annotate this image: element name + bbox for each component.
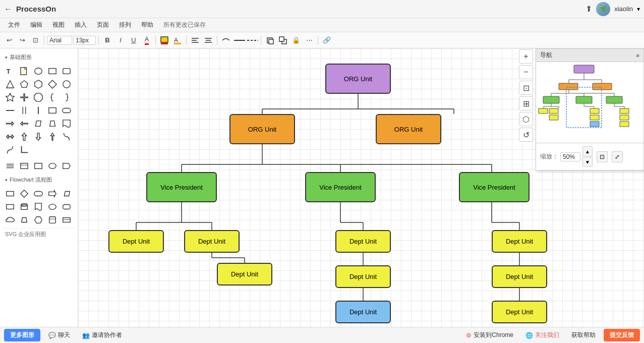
fc-drum[interactable] [46,214,58,226]
shape-arrow-up2[interactable] [46,131,58,143]
back-button[interactable]: ← [4,5,12,14]
undo-button[interactable]: ↩ [3,34,15,46]
basic-shapes-section[interactable]: ▾ 基础图形 [2,51,76,63]
fc-diamond[interactable] [18,188,30,200]
fc-arrow-right2[interactable] [46,188,58,200]
node-dept-9[interactable]: Dept Unit [492,301,547,323]
shape-line-v[interactable] [32,104,44,117]
fc-rect2[interactable] [4,201,16,213]
shape-brace-right[interactable] [61,91,73,103]
shape-note[interactable] [18,65,30,77]
menu-help[interactable]: 帮助 [137,20,157,30]
clone-button[interactable]: ⊡ [29,34,41,46]
shape-arrow-down[interactable] [32,131,44,143]
shape-stadium[interactable] [61,104,73,117]
shape-ellipse[interactable] [32,65,44,77]
history-button[interactable]: ↺ [519,128,533,142]
node-dept-2[interactable]: Dept Unit [184,230,240,253]
fc-hexagon2[interactable] [32,214,44,226]
install-chrome-button[interactable]: ⚙ 安装到Chrome [462,329,517,341]
lock-button[interactable]: 🔒 [290,34,302,46]
nav-collapse-button[interactable]: » [636,52,639,59]
zoom-value[interactable]: 50% [560,152,580,161]
shape-star[interactable] [4,91,16,103]
align-center-button[interactable] [202,34,214,46]
link-button[interactable]: 🔗 [321,34,333,46]
node-vp-3[interactable]: Vice President [459,172,530,202]
arrange-back-button[interactable] [277,34,289,46]
shape-trapezoid[interactable] [46,118,58,130]
node-dept-7[interactable]: Dept Unit [492,230,547,253]
connector-button[interactable] [220,34,232,46]
menu-view[interactable]: 视图 [48,20,69,30]
more-shapes-button[interactable]: 更多图形 [4,329,40,341]
invite-button[interactable]: 👥 邀请协作者 [78,329,126,341]
line-color-button[interactable]: A [171,34,184,46]
shape-diamond[interactable] [46,78,58,90]
shape-s-curve2[interactable] [4,144,16,156]
nav-fullscreen-button[interactable]: ⤢ [612,151,623,162]
font-selector[interactable]: Arial [47,36,72,45]
svg-section-title[interactable]: SVG 企业应用图 [2,228,76,240]
shape-rect4[interactable] [32,160,44,172]
shape-rect3[interactable] [18,160,30,172]
shape-arrow-up[interactable] [18,131,30,143]
node-org-unit-left[interactable]: ORG Unit [229,114,295,144]
menu-page[interactable]: 页面 [93,20,113,30]
canvas-area[interactable]: ORG Unit ORG Unit ORG Unit Vice Presiden… [78,48,644,327]
shape-arrow-left[interactable] [18,118,30,130]
shape-plus[interactable] [18,91,30,103]
fc-rect[interactable] [4,188,16,200]
node-dept-6[interactable]: Dept Unit [335,301,391,323]
node-dept-5[interactable]: Dept Unit [335,265,391,288]
shape-rect2[interactable] [46,104,58,117]
redo-button[interactable]: ↪ [16,34,28,46]
menu-edit[interactable]: 编辑 [26,20,46,30]
menu-file[interactable]: 文件 [4,20,24,30]
line-solid-button[interactable] [233,34,245,46]
bold-button[interactable]: B [101,34,113,46]
shape-rounded-rect[interactable] [61,65,73,77]
fc-cylinder[interactable] [18,201,30,213]
shape-lines1[interactable] [4,160,16,172]
zoom-up-button[interactable]: ▲ [582,146,593,156]
shape-rect[interactable] [46,65,58,77]
menu-arrange[interactable]: 排列 [115,20,135,30]
shape-ellipse2[interactable] [46,160,58,172]
node-org-unit-right[interactable]: ORG Unit [376,114,441,144]
flowchart-section[interactable]: ▾ Flowchart 流程图 [2,174,76,186]
zoom-out-button[interactable]: − [519,65,533,79]
chat-button[interactable]: 💬 聊天 [44,329,74,341]
arrange-front-button[interactable] [264,34,276,46]
shape-tag[interactable] [61,160,73,172]
node-vp-2[interactable]: Vice President [305,172,376,202]
shape-line-h[interactable] [4,104,16,117]
shape-octagon[interactable] [32,91,44,103]
shape-triangle[interactable] [4,78,16,90]
help-button[interactable]: 获取帮助 [567,329,600,341]
menu-insert[interactable]: 插入 [71,20,91,30]
italic-button[interactable]: I [114,34,127,46]
node-dept-1[interactable]: Dept Unit [108,230,164,253]
font-color-button[interactable]: A [141,34,153,46]
line-dashed-button[interactable] [246,34,258,46]
node-org-unit-top[interactable]: ORG Unit [325,64,391,94]
shape-hexagon[interactable] [32,78,44,90]
shape-text[interactable]: T [4,65,16,77]
fc-cloud[interactable] [4,214,16,226]
more-button[interactable]: ⋯ [303,34,315,46]
export-button[interactable]: ⬡ [519,112,533,126]
zoom-down-button[interactable]: ▼ [582,157,593,167]
node-dept-3[interactable]: Dept Unit [217,263,272,285]
fc-rounded[interactable] [61,201,73,213]
shape-document[interactable] [61,118,73,130]
shape-bracket[interactable] [18,104,30,117]
share-button[interactable]: ⬆ [586,4,592,14]
fc-trapezoid[interactable] [18,214,30,226]
zoom-in-button[interactable]: + [519,49,533,64]
fit-page-button[interactable]: ⊡ [519,81,533,95]
nav-fit-button[interactable]: ⊡ [597,151,608,162]
underline-button[interactable]: U [128,34,140,46]
node-dept-4[interactable]: Dept Unit [335,230,391,253]
fc-ellipse2[interactable] [46,201,58,213]
